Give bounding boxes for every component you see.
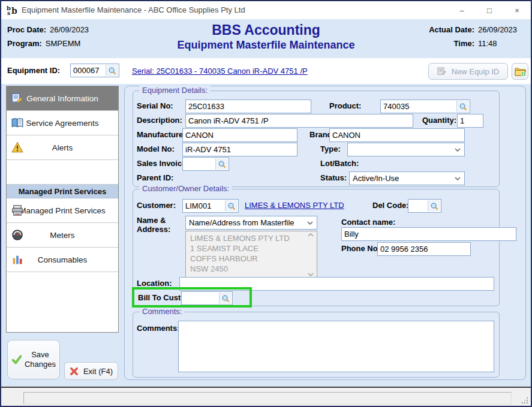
- search-icon: [227, 202, 236, 210]
- gauge-icon: [11, 229, 23, 241]
- equipment-id-field[interactable]: [70, 64, 119, 77]
- parent-id-label: Parent ID:: [137, 171, 173, 185]
- form-edit-icon: [11, 92, 23, 104]
- comments-label: Comments:: [137, 322, 180, 335]
- customer-lookup[interactable]: [225, 200, 238, 212]
- brand-input[interactable]: [332, 131, 462, 140]
- warning-icon: [11, 141, 23, 153]
- minimize-button[interactable]: –: [448, 1, 476, 19]
- type-label: Type:: [320, 143, 341, 156]
- printer-icon: [11, 204, 23, 216]
- scroll-up-icon[interactable]: [308, 233, 314, 237]
- exit-button[interactable]: Exit (F4): [64, 362, 118, 380]
- app-logo-icon: b s b: [6, 4, 18, 16]
- equipment-id-label: Equipment ID:: [7, 66, 60, 75]
- phone-no-label: Phone No:: [341, 242, 380, 255]
- maximize-button[interactable]: □: [476, 1, 503, 19]
- sales-invoice-lookup[interactable]: [215, 158, 228, 170]
- time-value: 11:48: [478, 39, 525, 48]
- status-bar: [1, 388, 531, 407]
- folder-add-icon: [515, 67, 526, 77]
- serial-no-field[interactable]: [185, 100, 311, 113]
- bar-chart-icon: [11, 254, 23, 266]
- new-equip-id-button[interactable]: New Equip ID: [428, 63, 508, 80]
- time: Time:11:48: [454, 39, 525, 48]
- quantity-field[interactable]: [457, 114, 483, 128]
- svg-text:s: s: [7, 10, 10, 16]
- description-field[interactable]: [185, 114, 413, 128]
- form-edit-disabled-icon: [437, 67, 447, 76]
- model-no-label: Model No:: [137, 143, 175, 156]
- contact-name-field[interactable]: [341, 227, 516, 241]
- window-title: Equipment Masterfile Maintenance - ABC O…: [22, 1, 245, 19]
- sidebar-item-general-information[interactable]: General Information: [7, 86, 118, 111]
- search-icon: [218, 160, 226, 168]
- chevron-down-icon: [455, 177, 461, 180]
- comments-field[interactable]: [178, 321, 494, 372]
- model-no-input[interactable]: [185, 145, 294, 154]
- equipment-details-legend: Equipment Details:: [139, 86, 211, 95]
- sales-invoice-label: Sales Invoice:: [137, 157, 189, 170]
- bill-to-cust-highlight: [132, 287, 252, 307]
- customer-name-link[interactable]: LIMES & LEMONS PTY LTD: [245, 199, 344, 212]
- model-no-field[interactable]: [182, 143, 297, 156]
- time-label: Time:: [454, 39, 474, 48]
- window-controls: – □ ×: [448, 1, 531, 19]
- customer-field[interactable]: [182, 199, 239, 213]
- sidebar-item-label: General Information: [26, 94, 98, 103]
- sidebar: General Information Service Agreements A…: [6, 86, 119, 333]
- scroll-down-icon[interactable]: [308, 272, 314, 277]
- phone-no-input[interactable]: [380, 245, 468, 254]
- manufacturer-input[interactable]: [185, 131, 294, 140]
- quantity-input[interactable]: [460, 116, 480, 125]
- description-input[interactable]: [188, 116, 410, 125]
- sidebar-item-consumables[interactable]: Consumables: [7, 248, 118, 272]
- save-changes-button[interactable]: Save Changes: [7, 340, 60, 379]
- phone-no-field[interactable]: [377, 242, 471, 256]
- del-code-lookup[interactable]: [428, 200, 440, 212]
- sidebar-item-managed-print-services[interactable]: Managed Print Services: [7, 198, 118, 223]
- sidebar-group-managed-print-services: Managed Print Services: [7, 185, 118, 198]
- sales-invoice-field[interactable]: [182, 157, 229, 171]
- serial-link[interactable]: Serial: 25C01633 - 740035 Canon iR-ADV 4…: [132, 67, 308, 76]
- address-display[interactable]: LIMES & LEMONS PTY LTD 1 SEAMIST PLACE C…: [185, 231, 317, 278]
- add-folder-button[interactable]: [512, 63, 528, 80]
- equipment-details-section: Equipment Details: Serial No: Product: D…: [133, 91, 500, 187]
- product-field[interactable]: [380, 100, 470, 113]
- brand-field[interactable]: [329, 128, 465, 142]
- name-address-label-line1: Name &: [137, 216, 166, 225]
- type-select[interactable]: [347, 143, 465, 156]
- new-equip-id-label: New Equip ID: [452, 67, 499, 76]
- sidebar-item-label: Meters: [50, 231, 74, 240]
- header-band: Proc Date:26/09/2023 Program:SMPEMM BBS …: [1, 19, 531, 58]
- close-button[interactable]: ×: [503, 1, 531, 19]
- equipment-id-lookup[interactable]: [106, 65, 118, 76]
- product-lookup[interactable]: [456, 101, 469, 112]
- sidebar-item-service-agreements[interactable]: Service Agreements: [7, 111, 118, 135]
- serial-no-input[interactable]: [188, 102, 308, 111]
- customer-details-section: Customer/Owner Details: Customer: LIMES …: [133, 189, 500, 306]
- sidebar-item-alerts[interactable]: Alerts: [7, 135, 118, 160]
- lot-batch-label: Lot/Batch:: [320, 157, 359, 170]
- customer-details-legend: Customer/Owner Details:: [139, 184, 232, 193]
- sidebar-item-label: Alerts: [52, 143, 73, 152]
- quantity-label: Quantity:: [422, 114, 456, 127]
- status-select[interactable]: Active/In-Use: [349, 171, 465, 185]
- product-input[interactable]: [383, 102, 467, 111]
- search-icon: [459, 102, 467, 111]
- product-label: Product:: [329, 100, 361, 113]
- sidebar-item-meters[interactable]: Meters: [7, 223, 118, 248]
- del-code-field[interactable]: [408, 199, 441, 213]
- address-source-select[interactable]: Name/Address from Masterfile: [185, 216, 317, 230]
- contact-name-input[interactable]: [344, 230, 513, 239]
- sidebar-item-label: Consumables: [38, 255, 88, 264]
- screen-title: Equipment Masterfile Maintenance: [1, 39, 531, 52]
- sidebar-item-label: Managed Print Services: [19, 206, 105, 215]
- equipment-id-bar: Equipment ID: Serial: 25C01633 - 740035 …: [1, 58, 531, 84]
- save-changes-label: Save Changes: [25, 350, 56, 369]
- resize-grip[interactable]: [527, 402, 528, 403]
- sidebar-item-label: Service Agreements: [26, 119, 99, 128]
- manufacturer-field[interactable]: [182, 128, 297, 142]
- comments-textarea[interactable]: [179, 321, 494, 372]
- comments-legend: Comments:: [139, 307, 185, 316]
